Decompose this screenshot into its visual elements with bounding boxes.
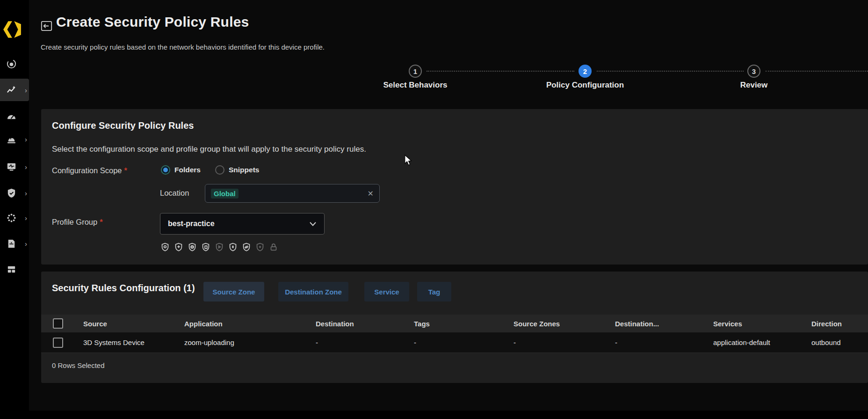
required-marker: *: [100, 218, 102, 226]
step-1-label[interactable]: Select Behaviors: [359, 81, 471, 90]
column-header-source-zones: Source Zones: [514, 320, 615, 328]
sidebar-item-reports[interactable]: ›: [0, 232, 29, 255]
cell-direction: outbound: [811, 338, 868, 346]
table-row[interactable]: 3D Systems Device zoom-uploading - - - -…: [41, 332, 868, 353]
column-header-destination: Destination: [316, 320, 414, 328]
profile-group-value: best-practice: [168, 220, 215, 228]
shield-plus-icon: [255, 242, 265, 252]
location-label: Location: [160, 189, 189, 198]
cell-source: 3D Systems Device: [83, 338, 184, 346]
radio-unselected-icon: [215, 165, 224, 175]
table-header: Source Application Destination Tags Sour…: [41, 315, 868, 332]
shield-play-icon: [214, 242, 224, 252]
sidebar: › › ›: [0, 0, 29, 419]
bottom-strip: [0, 411, 868, 419]
row-checkbox[interactable]: [53, 338, 63, 348]
chevron-right-icon: ›: [25, 240, 27, 247]
location-value-chip: Global: [211, 189, 239, 198]
source-zone-button[interactable]: Source Zone: [203, 282, 264, 301]
shield-bug-icon: [228, 242, 238, 252]
page-title: Create Security Policy Rules: [56, 14, 249, 30]
profile-group-select[interactable]: best-practice: [160, 213, 325, 235]
rules-panel: Security Rules Configuration (1) Source …: [41, 272, 868, 383]
sidebar-item-security[interactable]: ›: [0, 182, 29, 204]
configure-panel-title: Configure Security Policy Rules: [52, 120, 194, 131]
step-3-circle[interactable]: 3: [747, 65, 760, 78]
profile-group-icons: [160, 242, 279, 252]
clear-icon[interactable]: ✕: [368, 189, 374, 198]
cell-destination-zones: -: [615, 338, 713, 346]
step-connector: [427, 71, 574, 72]
sidebar-item-iot[interactable]: ›: [0, 206, 29, 229]
radio-folders[interactable]: Folders: [161, 165, 201, 175]
gauge-icon: [6, 111, 17, 122]
chevron-right-icon: ›: [25, 190, 27, 197]
activity-icon: [6, 85, 17, 96]
chevron-right-icon: ›: [25, 163, 27, 170]
sidebar-item-activity-insights[interactable]: ›: [0, 79, 29, 101]
column-header-source: Source: [83, 320, 184, 328]
chevron-right-icon: ›: [25, 214, 27, 221]
shield-sync-icon: [241, 242, 252, 252]
location-input[interactable]: Global ✕: [205, 184, 380, 203]
step-2-label[interactable]: Policy Configuration: [529, 81, 641, 90]
required-marker: *: [124, 166, 127, 175]
cell-application: zoom-uploading: [184, 338, 316, 346]
shield-check-icon: [6, 188, 17, 198]
lock-icon: [268, 242, 279, 252]
configure-panel: Configure Security Policy Rules Select t…: [41, 109, 868, 265]
chevron-right-icon: ›: [25, 136, 27, 143]
destination-zone-button[interactable]: Destination Zone: [278, 282, 348, 301]
step-connector: [597, 71, 744, 72]
alarm-icon: [6, 134, 17, 145]
radio-snippets[interactable]: Snippets: [215, 165, 259, 175]
radar-icon: [6, 59, 17, 69]
column-header-direction: Direction: [811, 320, 868, 328]
column-header-destination-zones: Destination...: [615, 320, 713, 328]
tag-button[interactable]: Tag: [417, 282, 451, 301]
page-subtitle: Create security policy rules based on th…: [41, 43, 325, 51]
column-header-application: Application: [184, 320, 316, 328]
column-header-tags: Tags: [414, 320, 514, 328]
screen: › › ›: [0, 0, 868, 419]
dotted-circle-icon: [6, 213, 17, 223]
step-2-circle[interactable]: 2: [579, 65, 592, 78]
service-button[interactable]: Service: [364, 282, 409, 301]
report-icon: [6, 238, 17, 249]
select-all-checkbox[interactable]: [53, 318, 63, 329]
radio-selected-icon: [161, 165, 170, 175]
shield-file-icon: [201, 242, 211, 252]
chevron-down-icon: [309, 221, 317, 227]
radio-snippets-label: Snippets: [229, 166, 259, 174]
rules-panel-title: Security Rules Configuration (1): [52, 283, 195, 294]
cell-source-zones: -: [514, 338, 615, 346]
profile-group-label: Profile Group*: [52, 218, 103, 227]
step-connector: [766, 71, 868, 72]
shield-scan-icon: [160, 242, 170, 252]
chevron-right-icon: ›: [25, 87, 27, 94]
brand-logo-icon[interactable]: [2, 17, 22, 42]
step-3-label[interactable]: Review: [698, 81, 810, 90]
sidebar-item-dashboard[interactable]: [0, 105, 29, 128]
grid-icon: [6, 264, 17, 275]
cell-tags: -: [414, 338, 514, 346]
shield-globe-icon: [187, 242, 197, 252]
cell-destination: -: [316, 338, 414, 346]
sidebar-item-overview[interactable]: [0, 52, 29, 75]
sidebar-item-monitor[interactable]: ›: [0, 155, 29, 178]
column-header-services: Services: [713, 320, 811, 328]
back-button[interactable]: [40, 20, 53, 32]
configuration-scope-label: Configuration Scope*: [52, 166, 127, 175]
monitor-icon: [6, 162, 17, 172]
radio-folders-label: Folders: [174, 166, 201, 174]
sidebar-item-alerts[interactable]: ›: [0, 128, 29, 150]
configure-panel-subtitle: Select the configuration scope and profi…: [52, 145, 366, 154]
step-1-circle[interactable]: 1: [409, 65, 422, 78]
shield-virus-icon: [174, 242, 184, 252]
rows-selected-status: 0 Rows Selected: [52, 361, 105, 369]
sidebar-item-workflows[interactable]: [0, 258, 29, 280]
cell-services: application-default: [713, 338, 811, 346]
